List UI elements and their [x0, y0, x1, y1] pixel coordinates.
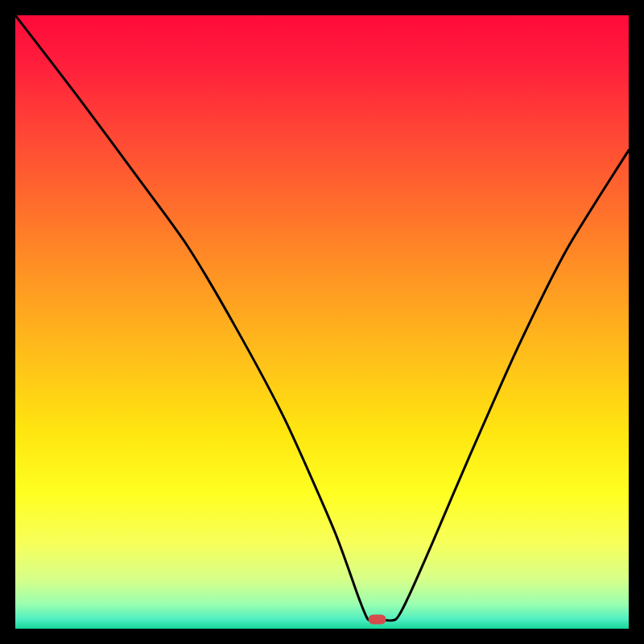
chart-frame: TheBottleneck.com [15, 15, 629, 629]
gradient-background [15, 15, 629, 629]
min-marker [369, 615, 386, 625]
bottleneck-chart [15, 15, 629, 629]
